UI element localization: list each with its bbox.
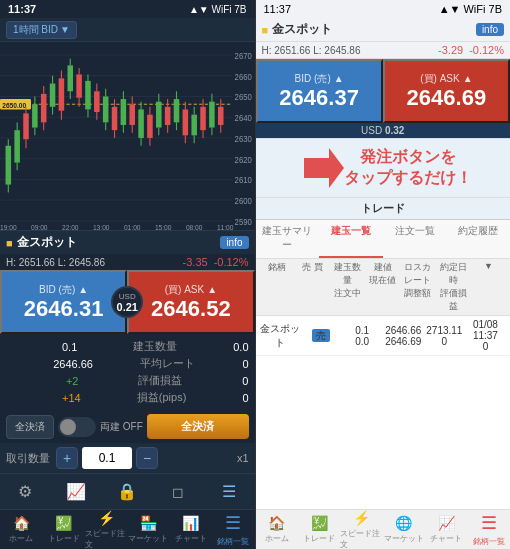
svg-text:2610: 2610 xyxy=(235,175,252,186)
svg-rect-81 xyxy=(183,109,189,135)
left-hl-row: H: 2651.66 L: 2645.86 -3.35 -0.12% xyxy=(0,254,255,270)
left-trade-info: 0.1 建玉数量 0.0 2646.66 平均レート 0 +2 評価損益 0 +… xyxy=(0,334,255,410)
svg-rect-75 xyxy=(165,107,171,125)
left-spread-badge: USD 0.21 xyxy=(111,286,143,318)
qty-multiplier: x1 xyxy=(237,452,249,464)
qty-minus-button[interactable]: − xyxy=(136,447,158,469)
tab-summary[interactable]: 建玉サマリー xyxy=(256,220,320,258)
svg-text:2640: 2640 xyxy=(235,112,252,123)
left-ask-button[interactable]: (買) ASK ▲ 2646.52 xyxy=(127,270,254,334)
filter-icon[interactable]: ▼ xyxy=(471,261,506,313)
right-nav-home[interactable]: 🏠 ホーム xyxy=(256,510,298,549)
settle-all-button[interactable]: 全決済 xyxy=(147,414,249,439)
callout-arrow-svg xyxy=(294,143,344,193)
settle-all-left-button[interactable]: 全決済 xyxy=(6,415,54,439)
right-bid-label: BID (売) ▲ xyxy=(295,72,344,86)
qty-label: 取引数量 xyxy=(6,451,50,466)
tab-orders[interactable]: 注文一覧 xyxy=(383,220,447,258)
right-nav-market[interactable]: 🌐 マーケット xyxy=(383,510,425,549)
icon-list[interactable]: ☰ xyxy=(204,474,255,509)
right-status-icons: ▲▼ WiFi 7B xyxy=(439,3,502,15)
right-table-header: 銘柄 売 買 建玉数量注文中 建値現在値 ロスカレート調整額 約定日時評価損益 … xyxy=(256,259,511,316)
svg-rect-36 xyxy=(50,83,56,106)
trade-row-pips: +14 損益(pips) 0 xyxy=(6,389,249,406)
left-info-button[interactable]: info xyxy=(220,236,248,249)
nav-speed-order[interactable]: ⚡ スピード注文 xyxy=(85,510,127,549)
trade-row-qty: 0.1 建玉数量 0.0 xyxy=(6,338,249,355)
left-bid-button[interactable]: BID (売) ▲ 2646.31 xyxy=(0,270,127,334)
svg-text:2630: 2630 xyxy=(235,133,252,144)
icon-placeholder[interactable]: ◻ xyxy=(153,474,204,509)
left-panel: 11:37 ▲▼ WiFi 7B 1時間 BID ▼ 2670 2660 265… xyxy=(0,0,255,549)
left-bid-price: 2646.31 xyxy=(24,297,104,321)
right-ask-button[interactable]: (買) ASK ▲ 2646.69 xyxy=(383,59,510,123)
left-bid-ask: BID (売) ▲ 2646.31 USD 0.21 (買) ASK ▲ 264… xyxy=(0,270,255,334)
svg-rect-45 xyxy=(76,74,82,97)
icon-settings[interactable]: ⚙ xyxy=(0,474,51,509)
left-quantity-row: 取引数量 + − x1 xyxy=(0,443,255,473)
left-ask-label: (買) ASK ▲ xyxy=(165,283,217,297)
svg-rect-21 xyxy=(6,146,12,185)
svg-rect-27 xyxy=(23,113,29,139)
toggle-label: 両建 OFF xyxy=(100,420,143,434)
svg-rect-72 xyxy=(156,102,162,128)
svg-text:2650: 2650 xyxy=(235,92,252,103)
qty-plus-button[interactable]: + xyxy=(56,447,78,469)
right-change: -3.29 xyxy=(438,44,463,56)
nav-symbol-list[interactable]: ☰ 銘柄一覧 xyxy=(212,510,254,549)
nav-market[interactable]: 🏪 マーケット xyxy=(127,510,169,549)
svg-text:2600: 2600 xyxy=(235,195,252,206)
svg-rect-66 xyxy=(138,109,144,138)
right-nav-trade[interactable]: 💹 トレード xyxy=(298,510,340,549)
right-instrument-name: 金スポット xyxy=(272,21,332,38)
left-icon-bar: ⚙ 📈 🔒 ◻ ☰ xyxy=(0,473,255,509)
left-instrument-name: 金スポット xyxy=(17,234,77,251)
svg-rect-90 xyxy=(209,102,215,128)
tab-positions[interactable]: 建玉一覧 xyxy=(319,220,383,258)
row-badge: 売 xyxy=(301,329,342,343)
svg-text:13:00: 13:00 xyxy=(93,222,110,230)
right-info-button[interactable]: info xyxy=(476,23,504,36)
right-nav-speed-order[interactable]: ⚡ スピード注文 xyxy=(340,510,382,549)
right-bid-button[interactable]: BID (売) ▲ 2646.37 xyxy=(256,59,383,123)
right-bid-ask: BID (売) ▲ 2646.37 (買) ASK ▲ 2646.69 xyxy=(256,59,511,123)
row-price: 2646.66 2646.69 xyxy=(383,325,424,347)
left-hl-values: H: 2651.66 L: 2645.86 xyxy=(6,257,105,268)
right-nav-symbol-list[interactable]: ☰ 銘柄一覧 xyxy=(468,510,510,549)
nav-trade[interactable]: 💹 トレード xyxy=(42,510,84,549)
qty-input[interactable] xyxy=(82,447,132,469)
icon-lock[interactable]: 🔒 xyxy=(102,474,153,509)
svg-text:08:00: 08:00 xyxy=(186,222,203,230)
left-settlement-row: 全決済 両建 OFF 全決済 xyxy=(0,410,255,443)
right-hl-values: H: 2651.66 L: 2645.86 xyxy=(262,45,361,56)
icon-chart[interactable]: 📈 xyxy=(51,474,102,509)
left-instrument-header: ■ 金スポット info xyxy=(0,230,255,254)
nav-home[interactable]: 🏠 ホーム xyxy=(0,510,42,549)
right-status-bar: 11:37 ▲▼ WiFi 7B xyxy=(256,0,511,18)
timeframe-button[interactable]: 1時間 BID ▼ xyxy=(6,21,77,39)
trade-row-rate: 2646.66 平均レート 0 xyxy=(6,355,249,372)
svg-marker-104 xyxy=(304,148,344,188)
svg-text:19:00: 19:00 xyxy=(0,222,17,230)
right-nav-bar: 🏠 ホーム 💹 トレード ⚡ スピード注文 🌐 マーケット 📈 チャート ☰ 銘… xyxy=(256,509,511,549)
toggle-knob xyxy=(60,419,76,435)
svg-rect-42 xyxy=(67,65,73,91)
tab-history[interactable]: 約定履歴 xyxy=(446,220,510,258)
right-instrument-header: ■ 金スポット info xyxy=(256,18,511,42)
svg-rect-78 xyxy=(174,99,180,122)
right-spread-row: USD 0.32 xyxy=(256,123,511,139)
svg-rect-87 xyxy=(200,107,206,130)
left-nav-bar: 🏠 ホーム 💹 トレード ⚡ スピード注文 🏪 マーケット 📊 チャート ☰ 銘… xyxy=(0,509,255,549)
svg-text:22:00: 22:00 xyxy=(62,222,79,230)
svg-text:2670: 2670 xyxy=(235,50,252,61)
right-bid-price: 2646.37 xyxy=(279,86,359,110)
svg-rect-33 xyxy=(41,94,47,123)
both-direction-toggle[interactable] xyxy=(58,417,96,437)
svg-rect-93 xyxy=(218,107,224,125)
right-trade-title: トレード xyxy=(256,198,511,220)
nav-chart[interactable]: 📊 チャート xyxy=(170,510,212,549)
svg-text:2650.00: 2650.00 xyxy=(2,101,26,111)
right-nav-chart[interactable]: 📈 チャート xyxy=(425,510,467,549)
svg-rect-69 xyxy=(147,115,153,138)
chart-svg: 2670 2660 2650 2640 2630 2620 2610 2600 … xyxy=(0,42,255,230)
